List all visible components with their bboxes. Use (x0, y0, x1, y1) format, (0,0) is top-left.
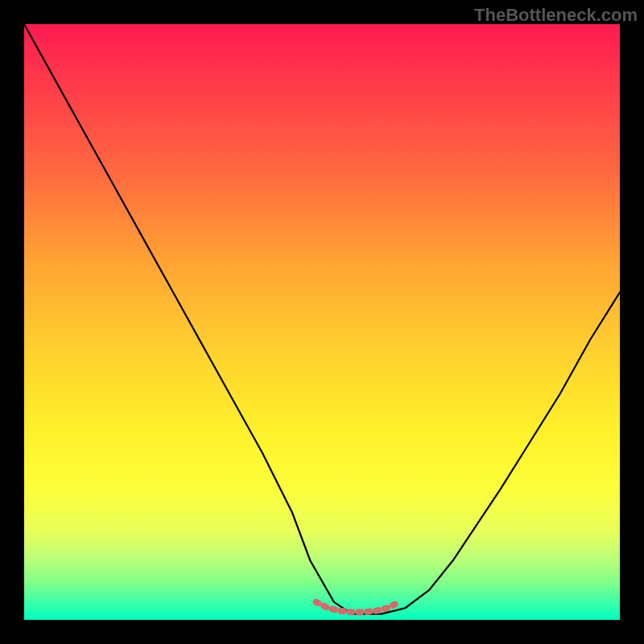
optimal-zone-marker-path (316, 602, 400, 613)
bottleneck-curve-path (24, 24, 620, 614)
chart-container: TheBottleneck.com (0, 0, 644, 644)
curve-svg (24, 24, 620, 620)
plot-area (24, 24, 620, 620)
watermark-text: TheBottleneck.com (474, 5, 638, 26)
